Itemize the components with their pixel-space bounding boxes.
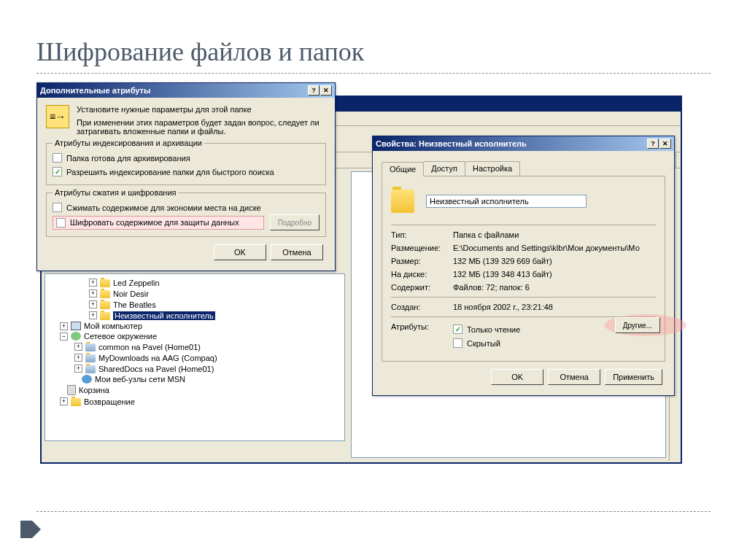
tree-item[interactable]: Led Zeppelin [113,279,160,287]
label-contains: Содержит: [391,283,453,292]
cancel-button[interactable]: Отмена [271,244,323,260]
expand-icon[interactable]: + [74,354,82,362]
ok-button[interactable]: OK [491,369,543,385]
slide-marker-icon [20,521,32,538]
label-location: Размещение: [391,244,453,252]
label-compress: Сжимать содержимое для экономии места на… [66,203,261,212]
label-attributes: Атрибуты: [391,322,453,331]
folder-icon [391,190,414,213]
encrypt-row-highlighted: Шифровать содержимое для защиты данных [53,216,264,230]
group-compress-encrypt: Атрибуты сжатия и шифрования Сжимать сод… [46,192,326,237]
tree-item[interactable]: Noir Desir [113,289,149,298]
value-created: 18 ноября 2002 г., 23:21:48 [453,303,656,311]
properties-dialog: Свойства: Неизвестный исполнитель ? ✕ Об… [372,136,675,396]
close-button[interactable]: ✕ [659,139,671,149]
instruction-text-2: При изменении этих параметров будет зада… [77,118,326,136]
expand-icon[interactable]: + [89,289,97,298]
checkbox-readonly[interactable] [453,324,462,334]
label-created: Создан: [391,303,453,311]
cancel-button[interactable]: Отмена [548,369,600,385]
folder-name-input[interactable] [426,195,587,208]
web-icon [82,375,92,384]
computer-icon [71,322,81,330]
ok-button[interactable]: OK [214,244,266,260]
dialog-title: Свойства: Неизвестный исполнитель [376,139,527,148]
tree-item[interactable]: common на Pavel (Home01) [98,343,201,351]
properties-titlebar[interactable]: Свойства: Неизвестный исполнитель ? ✕ [373,136,674,151]
value-location: E:\Documents and Settings\klbr\Мои докум… [453,244,656,252]
expand-icon[interactable]: + [74,365,82,373]
expand-icon[interactable]: + [74,343,82,351]
tree-item[interactable]: Мои веб-узлы сети MSN [95,375,185,384]
tree-item-selected[interactable]: Неизвестный исполнитель [113,311,215,320]
other-attributes-button[interactable]: Другие... [615,317,660,333]
tab-settings[interactable]: Настройка [465,161,520,176]
tree-item[interactable]: Мой компьютер [84,322,142,330]
expand-icon[interactable]: + [89,279,97,287]
label-index: Разрешить индексирование папки для быстр… [66,168,274,176]
expand-icon[interactable]: + [89,311,97,319]
advanced-attributes-dialog: Дополнительные атрибуты ? ✕ ≡→ Установит… [36,82,336,271]
divider-top [36,73,711,74]
checkbox-hidden[interactable] [453,338,462,348]
checkbox-archive[interactable] [53,153,62,163]
label-type: Тип: [391,230,453,239]
attr-titlebar[interactable]: Дополнительные атрибуты ? ✕ [37,83,335,98]
value-contains: Файлов: 72; папок: 6 [453,283,656,292]
expand-icon[interactable]: + [89,300,97,308]
group-title: Атрибуты сжатия и шифрования [53,188,178,197]
label-readonly: Только чтение [467,325,520,334]
checkbox-encrypt[interactable] [56,218,66,228]
label-encrypt: Шифровать содержимое для защиты данных [70,218,239,227]
help-button[interactable]: ? [308,85,320,96]
tab-general[interactable]: Общие [382,162,424,176]
checkbox-compress[interactable] [53,203,62,212]
tree-item[interactable]: Сетевое окружение [84,332,157,341]
value-ondisk: 132 МБ (139 348 413 байт) [453,270,656,279]
tab-access[interactable]: Доступ [423,161,465,176]
label-ondisk: На диске: [391,270,453,279]
close-button[interactable]: ✕ [320,85,332,96]
label-hidden: Скрытый [467,339,500,348]
attributes-icon: ≡→ [46,105,69,128]
expand-icon[interactable]: + [60,397,68,405]
slide-title: Шифрование файлов и папок [36,36,711,67]
network-icon [71,332,81,341]
value-type: Папка с файлами [453,230,656,239]
value-size: 132 МБ (139 329 669 байт) [453,257,656,265]
checkbox-index[interactable] [53,167,62,176]
group-index-archive: Атрибуты индексирования и архивации Папк… [46,143,326,185]
label-size: Размер: [391,257,453,265]
folder-tree[interactable]: +Led Zeppelin +Noir Desir +The Beatles +… [44,273,345,441]
dialog-title: Дополнительные атрибуты [40,86,150,95]
tree-item[interactable]: SharedDocs на Pavel (Home01) [98,365,214,373]
label-archive: Папка готова для архивирования [66,154,190,163]
group-title: Атрибуты индексирования и архивации [53,139,204,147]
help-button[interactable]: ? [647,139,659,149]
details-button[interactable]: Подробно [270,214,320,230]
apply-button[interactable]: Применить [605,369,662,385]
instruction-text: Установите нужные параметры для этой пап… [77,105,326,114]
tree-item[interactable]: The Beatles [113,300,156,309]
divider-bottom [36,511,711,512]
tree-item[interactable]: Корзина [79,386,109,394]
recycle-bin-icon [67,385,76,395]
tree-item[interactable]: MyDownloads на AAG (Compaq) [98,354,217,362]
tree-item[interactable]: Возвращение [84,397,135,406]
expand-icon[interactable]: + [60,322,68,330]
collapse-icon[interactable]: − [60,332,68,341]
